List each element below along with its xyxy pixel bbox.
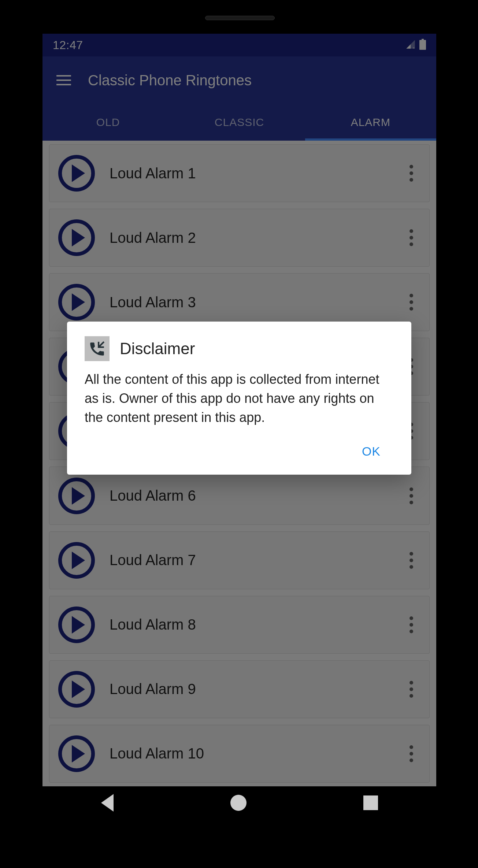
device-speaker [205, 16, 275, 20]
dialog-body: All the content of this app is collected… [85, 370, 394, 427]
disclaimer-dialog: Disclaimer All the content of this app i… [67, 322, 411, 475]
dialog-title: Disclaimer [120, 340, 195, 358]
nav-recent-icon[interactable] [363, 795, 378, 810]
phone-incoming-icon [85, 336, 110, 361]
ok-button[interactable]: OK [349, 438, 394, 464]
dialog-header: Disclaimer [85, 336, 394, 361]
dialog-actions: OK [85, 438, 394, 464]
navigation-bar [42, 786, 436, 819]
nav-home-icon[interactable] [230, 795, 247, 811]
nav-back-icon[interactable] [101, 794, 114, 812]
